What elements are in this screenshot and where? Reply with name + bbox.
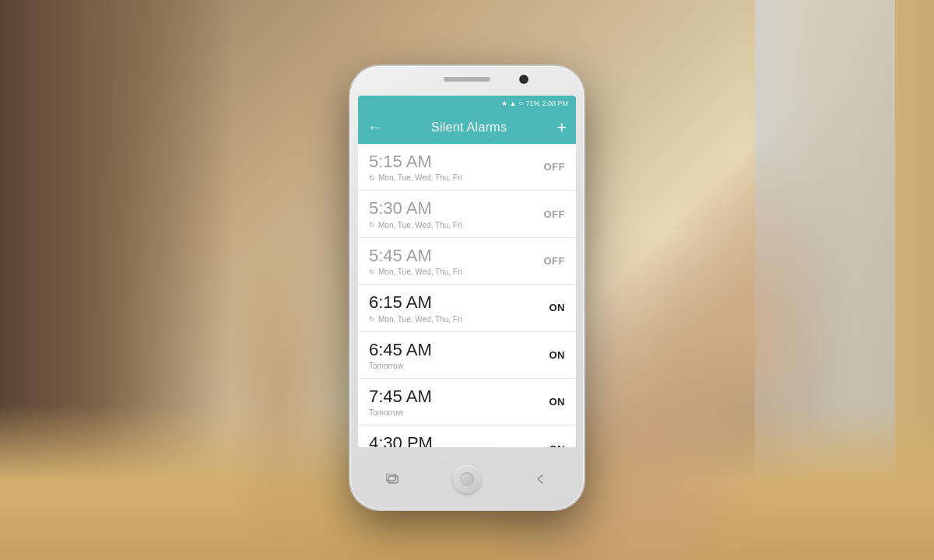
phone-nav	[358, 460, 576, 499]
repeat-icon: ↻	[369, 174, 375, 182]
alarm-subtitle: ↻Mon, Tue, Wed, Thu, Fri	[369, 173, 462, 182]
alarm-list-item[interactable]: 5:45 AM↻Mon, Tue, Wed, Thu, FriOFF	[358, 238, 576, 285]
alarm-list-item[interactable]: 7:45 AMTomorrowON	[358, 379, 576, 425]
alarm-status[interactable]: ON	[550, 396, 566, 408]
nav-home-button[interactable]	[453, 465, 481, 493]
alarm-left-column: 5:15 AM↻Mon, Tue, Wed, Thu, Fri	[369, 152, 462, 182]
alarm-list-item[interactable]: 5:30 AM↻Mon, Tue, Wed, Thu, FriOFF	[358, 191, 576, 237]
repeat-icon: ↻	[369, 221, 375, 229]
bluetooth-icon: ★	[501, 100, 507, 107]
alarm-status[interactable]: ON	[550, 443, 566, 447]
alarm-subtitle: ↻Mon, Tue, Wed, Thu, Fri	[369, 268, 462, 276]
alarm-subtitle: Tomorrow	[369, 362, 432, 370]
alarm-status[interactable]: ON	[550, 349, 566, 361]
alarm-left-column: 7:45 AMTomorrow	[369, 387, 432, 417]
alarm-subtitle: ↻Mon, Tue, Wed, Thu, Fri	[369, 315, 462, 324]
status-icons: ★ ▲ ‹› 71% 2:08 PM	[501, 100, 568, 107]
alarm-subtitle: Tomorrow	[369, 408, 432, 417]
alarm-time: 5:45 AM	[369, 246, 462, 266]
alarm-subtitle: ↻Mon, Tue, Wed, Thu, Fri	[369, 221, 462, 229]
status-time: 2:08 PM	[542, 100, 568, 107]
app-bar-title: Silent Alarms	[431, 121, 507, 135]
alarm-list-item[interactable]: 6:45 AMTomorrowON	[358, 332, 576, 379]
alarm-status[interactable]: OFF	[544, 255, 566, 267]
alarm-status[interactable]: OFF	[544, 208, 566, 220]
repeat-icon: ↻	[369, 268, 375, 276]
signal-icon: ▲	[510, 100, 517, 107]
alarm-time: 6:15 AM	[369, 292, 462, 313]
alarm-time: 4:30 PM	[369, 433, 462, 447]
add-alarm-button[interactable]: +	[557, 117, 567, 138]
svg-rect-0	[386, 474, 395, 481]
alarm-left-column: 4:30 PM↻Mon, Tue, Wed, Thu, Fri	[369, 433, 462, 447]
alarm-days: Mon, Tue, Wed, Thu, Fri	[378, 268, 462, 276]
wifi-icon: ‹›	[518, 100, 523, 107]
alarm-list-item[interactable]: 4:30 PM↻Mon, Tue, Wed, Thu, FriON	[358, 425, 576, 447]
phone-screen: ★ ▲ ‹› 71% 2:08 PM ← Silent Alarms + 5:1…	[358, 96, 576, 447]
alarm-days: Mon, Tue, Wed, Thu, Fri	[378, 315, 462, 324]
alarm-list-item[interactable]: 5:15 AM↻Mon, Tue, Wed, Thu, FriOFF	[358, 144, 576, 191]
repeat-icon: ↻	[369, 315, 375, 323]
phone-device: ★ ▲ ‹› 71% 2:08 PM ← Silent Alarms + 5:1…	[350, 66, 584, 509]
alarm-time: 6:45 AM	[369, 340, 432, 360]
alarm-left-column: 5:45 AM↻Mon, Tue, Wed, Thu, Fri	[369, 246, 462, 276]
alarm-list-item[interactable]: 6:15 AM↻Mon, Tue, Wed, Thu, FriON	[358, 285, 576, 331]
alarm-left-column: 5:30 AM↻Mon, Tue, Wed, Thu, Fri	[369, 198, 462, 229]
back-button[interactable]: ←	[367, 120, 381, 136]
alarm-status[interactable]: OFF	[544, 161, 566, 173]
alarm-time: 7:45 AM	[369, 387, 432, 407]
alarm-days: Mon, Tue, Wed, Thu, Fri	[378, 221, 462, 229]
scene: ★ ▲ ‹› 71% 2:08 PM ← Silent Alarms + 5:1…	[0, 0, 934, 560]
alarm-days: Tomorrow	[369, 408, 403, 417]
alarm-list: 5:15 AM↻Mon, Tue, Wed, Thu, FriOFF5:30 A…	[358, 144, 576, 447]
nav-back-button[interactable]	[531, 469, 551, 489]
app-bar: ← Silent Alarms +	[358, 111, 576, 144]
nav-recent-apps-button[interactable]	[383, 469, 403, 489]
status-bar: ★ ▲ ‹› 71% 2:08 PM	[358, 96, 576, 111]
phone-speaker	[444, 77, 490, 82]
alarm-status[interactable]: ON	[550, 302, 566, 313]
alarm-left-column: 6:45 AMTomorrow	[369, 340, 432, 370]
phone-camera	[520, 75, 528, 83]
alarm-time: 5:30 AM	[369, 198, 462, 219]
svg-rect-1	[388, 476, 398, 483]
battery-level: 71%	[525, 100, 539, 107]
alarm-time: 5:15 AM	[369, 152, 462, 172]
alarm-left-column: 6:15 AM↻Mon, Tue, Wed, Thu, Fri	[369, 292, 462, 323]
alarm-days: Tomorrow	[369, 362, 403, 370]
alarm-days: Mon, Tue, Wed, Thu, Fri	[378, 173, 462, 182]
